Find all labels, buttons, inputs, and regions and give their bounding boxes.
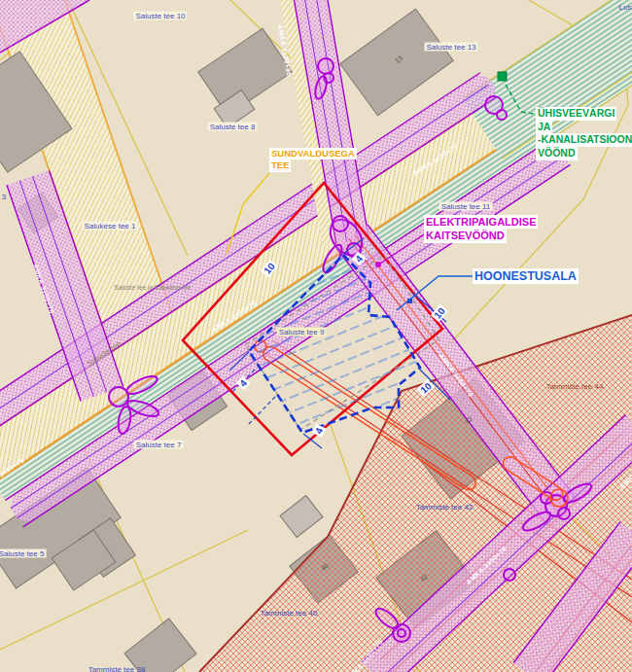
annotation-hoonestusala: HOONESTUSALA	[473, 268, 579, 284]
annotation-line: TEE	[269, 159, 291, 171]
annotation-line: ELEKTRIPAIGALDISE	[424, 215, 538, 229]
annotation-sundvaldusega-tee: SUNDVALDUSEGA TEE	[269, 148, 357, 172]
annotation-line: SUNDVALDUSEGA	[269, 148, 357, 159]
annotation-line: -KANALISATSIOONI	[536, 133, 632, 147]
annotation-line: JA	[536, 121, 552, 134]
map-canvas	[0, 0, 632, 672]
water-marker	[498, 72, 507, 81]
annotation-line: KAITSEVÖÖND	[424, 229, 507, 242]
annotation-elektripaigaldise-kaitsevoond: ELEKTRIPAIGALDISE KAITSEVÖÖND	[424, 215, 538, 243]
annotation-line: HOONESTUSALA	[473, 268, 579, 284]
annotation-line: VÖÖND	[536, 147, 578, 160]
annotation-uvk-voond: ÜHISVEEVÄRGI JA -KANALISATSIOONI VÖÖND	[536, 107, 632, 160]
electric-marker	[375, 262, 381, 267]
plan-map: Saluste tee 10Saluste tee 13Saluste tee …	[0, 0, 632, 672]
annotation-line: ÜHISVEEVÄRGI	[536, 107, 616, 121]
